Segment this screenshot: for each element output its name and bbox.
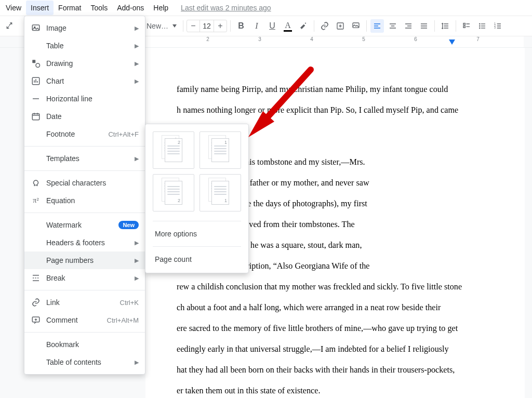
svg-rect-8 bbox=[481, 25, 485, 26]
separator bbox=[24, 170, 145, 171]
page-number-option-header-skip-first[interactable]: 1 bbox=[200, 131, 241, 169]
line-spacing-button[interactable] bbox=[438, 19, 452, 33]
right-indent-marker[interactable] bbox=[449, 39, 455, 45]
page-count[interactable]: Page count bbox=[145, 250, 248, 269]
page-number-option-header-all[interactable]: 1 2 bbox=[153, 131, 194, 169]
menu-tools[interactable]: Tools bbox=[86, 1, 112, 15]
page-number-more-options[interactable]: More options bbox=[145, 224, 248, 243]
doc-text[interactable]: eedingly early in that universal struggl… bbox=[177, 339, 494, 360]
insert-footnote[interactable]: Footnote Ctrl+Alt+F bbox=[24, 125, 145, 143]
svg-text:3: 3 bbox=[494, 26, 496, 29]
bulleted-list-button[interactable] bbox=[475, 19, 489, 33]
doc-text[interactable]: ere sacred to the memory of five little … bbox=[177, 318, 494, 339]
separator bbox=[24, 332, 145, 333]
item-label: Horizontal line bbox=[46, 95, 139, 103]
last-edit-link[interactable]: Last edit was 2 minutes ago bbox=[181, 4, 271, 12]
paint-format-button[interactable] bbox=[3, 19, 16, 33]
insert-table-of-contents[interactable]: Table of contents ▶ bbox=[24, 353, 145, 371]
menu-insert[interactable]: Insert bbox=[26, 1, 54, 15]
item-label: Bookmark bbox=[46, 340, 139, 349]
menu-help[interactable]: Help bbox=[149, 1, 173, 15]
item-label: Headers & footers bbox=[46, 238, 129, 247]
separator bbox=[24, 146, 145, 147]
align-left-button[interactable] bbox=[370, 19, 384, 33]
align-justify-button[interactable] bbox=[417, 19, 431, 33]
font-size-increase[interactable]: + bbox=[215, 20, 226, 32]
separator bbox=[153, 221, 241, 221]
insert-image[interactable]: Image ▶ bbox=[24, 19, 145, 37]
page-number-option-footer-all[interactable]: 1 2 bbox=[153, 174, 194, 211]
menu-view[interactable]: View bbox=[1, 1, 26, 15]
add-comment-button[interactable] bbox=[334, 19, 347, 33]
doc-text[interactable]: ch about a foot and a half long, which w… bbox=[177, 297, 494, 318]
insert-horizontal-line[interactable]: Horizontal line bbox=[24, 90, 145, 108]
svg-rect-18 bbox=[32, 114, 39, 120]
svg-point-5 bbox=[479, 25, 481, 27]
item-label: Table bbox=[46, 42, 129, 50]
menu-format[interactable]: Format bbox=[54, 1, 86, 15]
image-icon bbox=[31, 23, 41, 33]
insert-image-button[interactable] bbox=[349, 19, 363, 33]
highlight-button[interactable] bbox=[297, 19, 310, 33]
insert-headers-footers[interactable]: Headers & footers ▶ bbox=[24, 234, 145, 251]
text-color-button[interactable]: A bbox=[281, 19, 295, 33]
drawing-icon bbox=[31, 59, 41, 68]
numbered-list-button[interactable]: 123 bbox=[491, 19, 504, 33]
insert-equation[interactable]: π² Equation bbox=[24, 192, 145, 209]
insert-break[interactable]: Break ▶ bbox=[24, 269, 145, 287]
item-label: Break bbox=[46, 274, 129, 282]
doc-text[interactable]: h names nothing longer or more explicit … bbox=[177, 100, 494, 121]
item-label: Table of contents bbox=[46, 358, 129, 366]
item-label: Page numbers bbox=[46, 256, 129, 264]
separator bbox=[456, 20, 456, 32]
omega-icon bbox=[31, 178, 41, 188]
insert-drawing[interactable]: Drawing ▶ bbox=[24, 55, 145, 72]
insert-link-button[interactable] bbox=[318, 19, 331, 33]
italic-button[interactable]: I bbox=[250, 19, 263, 33]
svg-rect-2 bbox=[463, 23, 465, 25]
submenu-arrow-icon: ▶ bbox=[135, 275, 139, 282]
submenu-arrow-icon: ▶ bbox=[135, 78, 139, 85]
doc-text[interactable]: hat they had all been born on their back… bbox=[177, 360, 494, 380]
insert-date[interactable]: Date bbox=[24, 108, 145, 125]
insert-page-numbers[interactable]: Page numbers ▶ bbox=[24, 251, 145, 269]
submenu-arrow-icon: ▶ bbox=[135, 25, 139, 32]
underline-button[interactable]: U bbox=[265, 19, 279, 33]
svg-rect-7 bbox=[481, 23, 485, 24]
checklist-button[interactable] bbox=[460, 19, 473, 33]
svg-point-6 bbox=[479, 28, 481, 29]
svg-rect-15 bbox=[32, 60, 35, 63]
doc-text[interactable]: family name being Pirrip, and my Christi… bbox=[177, 79, 494, 100]
font-size-input[interactable] bbox=[200, 20, 214, 32]
insert-special-characters[interactable]: Special characters bbox=[24, 174, 145, 192]
svg-point-4 bbox=[479, 23, 481, 25]
insert-table[interactable]: Table ▶ bbox=[24, 37, 145, 55]
insert-link[interactable]: Link Ctrl+K bbox=[24, 294, 145, 311]
font-family-select[interactable]: New… bbox=[143, 20, 180, 32]
separator bbox=[314, 20, 314, 32]
align-center-button[interactable] bbox=[386, 19, 400, 33]
doc-text[interactable]: rew a childish conclusion that my mother… bbox=[177, 276, 494, 297]
page-number-option-footer-skip-first[interactable]: 1 bbox=[200, 174, 241, 211]
submenu-arrow-icon: ▶ bbox=[135, 257, 139, 264]
item-label: Drawing bbox=[46, 59, 129, 68]
svg-rect-3 bbox=[463, 26, 465, 28]
insert-chart[interactable]: Chart ▶ bbox=[24, 72, 145, 90]
insert-templates[interactable]: Templates ▶ bbox=[24, 150, 145, 167]
insert-bookmark[interactable]: Bookmark bbox=[24, 336, 145, 353]
new-badge: New bbox=[118, 221, 139, 229]
shortcut: Ctrl+K bbox=[120, 299, 139, 307]
separator bbox=[153, 246, 241, 247]
submenu-arrow-icon: ▶ bbox=[135, 155, 139, 162]
align-right-button[interactable] bbox=[402, 19, 415, 33]
font-size-decrease[interactable]: − bbox=[188, 20, 199, 32]
ruler-tick: 3 bbox=[258, 36, 261, 42]
menu-addons[interactable]: Add-ons bbox=[112, 1, 149, 15]
item-label: Watermark bbox=[46, 221, 113, 229]
insert-comment[interactable]: Comment Ctrl+Alt+M bbox=[24, 311, 145, 329]
ruler-tick: 4 bbox=[310, 36, 313, 42]
doc-text[interactable]: er taken them out in this state of exist… bbox=[177, 380, 494, 398]
separator bbox=[24, 290, 145, 290]
insert-watermark[interactable]: Watermark New bbox=[24, 216, 145, 234]
bold-button[interactable]: B bbox=[234, 19, 248, 33]
